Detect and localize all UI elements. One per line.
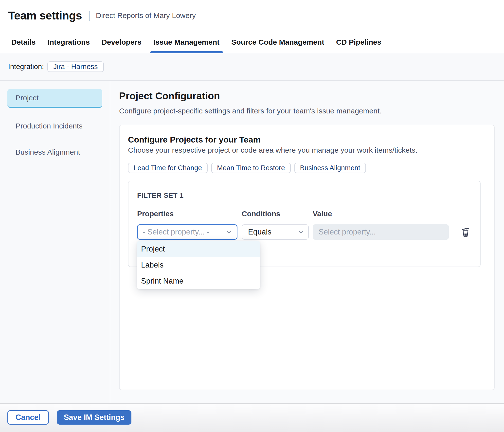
title-separator: |	[88, 10, 90, 21]
column-label-properties: Properties	[137, 210, 237, 217]
tab-details[interactable]: Details	[11, 31, 36, 53]
section-description: Configure project-specific settings and …	[119, 107, 495, 115]
value-input[interactable]	[313, 224, 449, 240]
condition-select[interactable]: Equals	[242, 224, 309, 240]
chip-lead-time-for-change[interactable]: Lead Time for Change	[128, 163, 208, 173]
trash-icon	[460, 226, 471, 238]
section-title: Project Configuration	[119, 91, 495, 101]
filter-set-title: FILTER SET 1	[137, 192, 480, 199]
dropdown-option-sprint-name[interactable]: Sprint Name	[137, 273, 260, 289]
cancel-button[interactable]: Cancel	[7, 410, 49, 425]
condition-select-value: Equals	[248, 228, 297, 236]
main-panel: Project Configuration Configure project-…	[110, 81, 504, 403]
filter-column-labels: Properties Conditions Value	[137, 210, 480, 217]
property-dropdown: Project Labels Sprint Name	[137, 241, 260, 289]
filter-set-1: FILTER SET 1 Properties Conditions Value…	[128, 181, 481, 267]
filter-controls-row: - Select property... - Project Labels Sp…	[137, 224, 480, 240]
tab-developers[interactable]: Developers	[102, 31, 142, 53]
footer-action-bar: Cancel Save IM Settings	[0, 403, 504, 432]
tab-cd-pipelines[interactable]: CD Pipelines	[336, 31, 381, 53]
dropdown-option-labels[interactable]: Labels	[137, 257, 260, 273]
page-subtitle: Direct Reports of Mary Lowery	[96, 11, 196, 20]
integration-chip[interactable]: Jira - Harness	[47, 61, 104, 72]
property-select-wrap: - Select property... - Project Labels Sp…	[137, 224, 237, 240]
chevron-down-icon	[297, 229, 304, 235]
column-label-conditions: Conditions	[242, 210, 309, 217]
tab-bar: Details Integrations Developers Issue Ma…	[0, 31, 504, 53]
chevron-down-icon	[225, 229, 232, 235]
column-label-value: Value	[313, 210, 449, 217]
content-area: Project Production Incidents Business Al…	[0, 81, 504, 403]
filter-grid: Properties Conditions Value - Select pro…	[137, 210, 480, 240]
tab-source-code-management[interactable]: Source Code Management	[231, 31, 324, 53]
configure-projects-card: Configure Projects for your Team Choose …	[119, 125, 495, 390]
sidebar-item-production-incidents[interactable]: Production Incidents	[16, 118, 110, 134]
chip-mean-time-to-restore[interactable]: Mean Time to Restore	[211, 163, 290, 173]
tab-integrations[interactable]: Integrations	[47, 31, 90, 53]
metric-chips-row: Lead Time for Change Mean Time to Restor…	[128, 163, 494, 173]
active-tab-underline	[150, 51, 223, 53]
tab-issue-management-label: Issue Management	[153, 38, 219, 46]
card-description: Choose your respective project or code a…	[128, 146, 494, 154]
integration-label: Integration:	[8, 63, 44, 71]
page-title: Team settings	[8, 9, 82, 22]
chip-business-alignment[interactable]: Business Alignment	[294, 163, 366, 173]
property-select-placeholder: - Select property... -	[143, 228, 225, 236]
tab-issue-management[interactable]: Issue Management	[153, 31, 219, 53]
property-select[interactable]: - Select property... -	[137, 224, 237, 240]
page-header: Team settings | Direct Reports of Mary L…	[0, 0, 504, 31]
card-title: Configure Projects for your Team	[128, 135, 494, 144]
sidebar-item-project[interactable]: Project	[7, 89, 102, 108]
dropdown-option-project[interactable]: Project	[137, 241, 260, 257]
settings-sidebar: Project Production Incidents Business Al…	[0, 81, 110, 403]
delete-filter-button[interactable]	[460, 226, 471, 238]
sidebar-item-business-alignment[interactable]: Business Alignment	[16, 144, 110, 160]
integration-row: Integration: Jira - Harness	[0, 53, 504, 81]
save-im-settings-button[interactable]: Save IM Settings	[57, 410, 131, 425]
